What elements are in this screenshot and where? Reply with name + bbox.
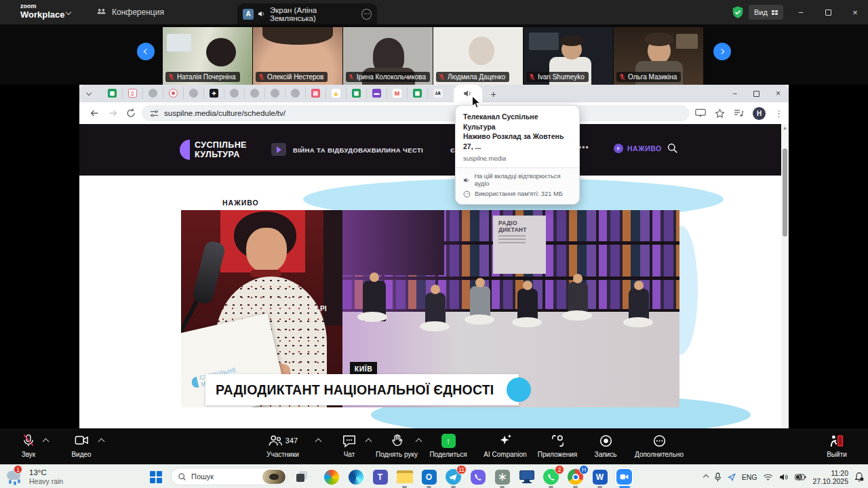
pinned-tab-globe-icon[interactable]: [245, 87, 265, 99]
viber-app-icon[interactable]: [469, 468, 487, 486]
browser-minimize-button[interactable]: −: [732, 89, 737, 98]
pinned-tab-globe-icon[interactable]: [265, 87, 285, 99]
player-chip-icon[interactable]: [271, 143, 286, 156]
battery-icon[interactable]: [795, 473, 806, 481]
media-controls-icon[interactable]: [734, 109, 744, 118]
live-link[interactable]: НАЖИВО: [614, 144, 662, 153]
taskbar-search[interactable]: Пошук: [171, 468, 288, 485]
clock[interactable]: 11:20 27.10.2025: [812, 469, 848, 485]
tab-screen-share[interactable]: A Экран (Аліна Землянська) ⋯: [237, 3, 377, 24]
pinned-tab-sheets-icon[interactable]: ▦: [347, 87, 367, 99]
minimize-button[interactable]: −: [789, 0, 812, 24]
task-view-button[interactable]: [296, 471, 308, 483]
teams-app-icon[interactable]: T: [371, 468, 389, 486]
tray-mic-icon[interactable]: [714, 472, 722, 482]
raise-hand-label: Поднять руку: [376, 451, 418, 458]
tray-speaker-icon[interactable]: [779, 473, 789, 481]
ai-companion-button[interactable]: AI Companion: [477, 433, 533, 458]
site-settings-icon[interactable]: [150, 109, 159, 118]
copilot-app-icon[interactable]: [322, 468, 340, 486]
edge-app-icon[interactable]: [347, 468, 365, 486]
pinned-tab-slides-icon[interactable]: ▬: [367, 87, 387, 99]
more-button[interactable]: Дополнительно: [630, 433, 688, 458]
participant-video[interactable]: Олексій Нестеров: [253, 27, 342, 85]
notifications-bell-icon[interactable]: [854, 472, 864, 482]
pinned-tab-gmail-icon[interactable]: M: [387, 87, 408, 99]
start-button[interactable]: [150, 471, 162, 483]
participant-video[interactable]: Людмила Даценко: [433, 27, 523, 85]
scrollbar-thumb[interactable]: [783, 148, 787, 237]
zoom-app-icon[interactable]: [615, 468, 633, 486]
participant-video[interactable]: Ivan Shumeyko: [524, 27, 613, 85]
whatsapp-app-icon[interactable]: 2: [542, 468, 560, 486]
nav-more-icon[interactable]: •••: [578, 143, 589, 152]
record-button[interactable]: Запись: [581, 433, 630, 458]
security-shield-icon[interactable]: [731, 5, 745, 19]
pinned-tab-globe-icon[interactable]: [224, 87, 245, 99]
file-explorer-app-icon[interactable]: [395, 468, 414, 486]
search-icon[interactable]: [667, 142, 678, 154]
pinned-tab-cards-icon[interactable]: ▤: [306, 87, 326, 99]
new-tab-button[interactable]: +: [488, 88, 499, 100]
chat-button[interactable]: Чат: [330, 433, 368, 458]
site-logo[interactable]: СУСПІЛЬНЕ КУЛЬТУРА: [195, 140, 247, 159]
pinned-tab-ia-icon[interactable]: ІА: [428, 87, 448, 99]
address-bar[interactable]: suspilne.media/culture/schedule/tv/: [142, 105, 690, 121]
audio-button[interactable]: Звук: [8, 433, 49, 458]
browser-restore-button[interactable]: [753, 91, 760, 97]
chevron-down-icon[interactable]: [66, 9, 71, 15]
reload-icon[interactable]: [125, 108, 136, 119]
pinned-tab-docs-icon[interactable]: ▯: [123, 87, 143, 99]
word-app-icon[interactable]: W: [591, 468, 609, 486]
participant-video[interactable]: Ірина Колокольчикова: [343, 27, 433, 85]
outlook-app-icon[interactable]: O: [420, 468, 438, 486]
raise-hand-button[interactable]: Поднять руку: [368, 433, 425, 458]
share-screen-button[interactable]: ↑ Поделиться: [421, 433, 475, 458]
pinned-tab-sheets-icon[interactable]: ▦: [102, 87, 123, 99]
wifi-icon[interactable]: [763, 473, 773, 481]
tab-options-icon[interactable]: ⋯: [361, 9, 372, 20]
hidden-icons-chevron[interactable]: [703, 474, 708, 479]
language-indicator[interactable]: ENG: [742, 473, 757, 481]
page-scrollbar[interactable]: ▲: [781, 124, 789, 428]
video-button[interactable]: Видео: [61, 433, 102, 458]
pinned-tab-globe-icon[interactable]: [143, 87, 163, 99]
pinned-tab-globe-icon[interactable]: [285, 87, 306, 99]
pinned-tab-sheets-icon[interactable]: ▦: [408, 87, 428, 99]
nav-item-honor[interactable]: ХВИЛИНА ЧЕСТІ: [367, 146, 423, 154]
pinned-tab-star-icon[interactable]: ✦: [204, 87, 224, 99]
tab-meeting[interactable]: Конференция: [96, 0, 164, 24]
weather-widget[interactable]: 1 13°C Heavy rain: [5, 467, 63, 486]
leave-button[interactable]: Выйти: [816, 433, 857, 458]
suspilne-logo-icon[interactable]: [180, 140, 190, 160]
participant-video[interactable]: Наталія Почерніна: [163, 27, 252, 85]
view-button[interactable]: Вид: [749, 5, 783, 20]
scroll-left-button[interactable]: [137, 43, 155, 60]
chatgpt-app-icon[interactable]: ∗: [493, 468, 511, 486]
participants-options-chevron[interactable]: [315, 439, 322, 445]
participant-video[interactable]: Ольга Мазикіна: [614, 27, 703, 85]
browser-menu-icon[interactable]: ⋮: [774, 108, 783, 119]
nav-item-war[interactable]: ВІЙНА ТА ВІДБУДОВА: [293, 146, 368, 154]
this-pc-app-icon[interactable]: [517, 468, 536, 486]
scroll-right-button[interactable]: [713, 43, 731, 60]
video-player[interactable]: PI СУСПІЛЬНЕ: [181, 210, 679, 407]
chrome-app-icon[interactable]: H: [566, 468, 585, 486]
back-icon[interactable]: [89, 108, 100, 119]
close-button[interactable]: ×: [844, 0, 867, 24]
search-icon: [178, 472, 186, 481]
browser-close-button[interactable]: ×: [776, 89, 781, 98]
restore-button[interactable]: [816, 0, 840, 24]
location-arrow-icon[interactable]: [728, 473, 736, 481]
telegram-app-icon[interactable]: 11: [444, 468, 462, 486]
profile-avatar[interactable]: H: [753, 107, 766, 120]
participants-button[interactable]: 347 Участники: [250, 433, 316, 458]
pinned-tab-globe-icon[interactable]: [184, 87, 204, 99]
forward-icon[interactable]: [108, 108, 119, 119]
pinned-tab-record-icon[interactable]: [163, 87, 184, 99]
cast-icon[interactable]: [695, 108, 706, 118]
bookmark-star-icon[interactable]: [715, 108, 725, 119]
pinned-tab-drive-icon[interactable]: ▲: [326, 87, 347, 99]
apps-button[interactable]: Приложения: [530, 433, 585, 458]
tab-search-chevron-icon[interactable]: [86, 90, 92, 96]
